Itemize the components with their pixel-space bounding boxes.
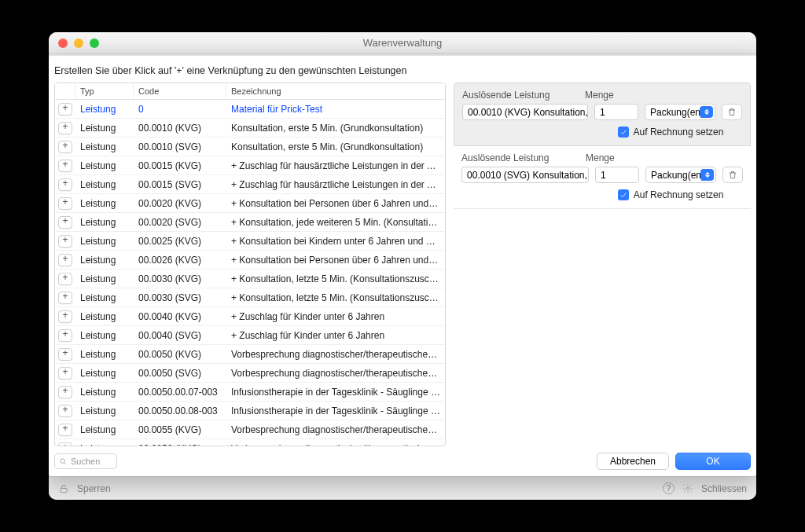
invoice-checkbox[interactable] [618,189,629,200]
delete-button[interactable] [722,167,743,183]
quantity-field[interactable]: 1 [594,104,638,120]
svg-point-2 [61,458,65,463]
cell-bezeichnung: + Zuschlag für Kinder unter 6 Jahren [226,311,445,322]
table-row[interactable]: +Leistung00.0050 (SVG)Vorbesprechung dia… [55,364,445,383]
cell-code: 00.0056 (KVG) [134,443,226,446]
cell-typ: Leistung [75,405,134,416]
add-link-button[interactable]: + [58,310,72,323]
unit-select[interactable]: Packung(en) [645,167,716,183]
cell-code: 00.0040 (KVG) [134,311,226,322]
cell-bezeichnung: + Konsultation bei Personen über 6 Jahre… [226,198,445,209]
trigger-service-field[interactable]: 00.0010 (KVG) Konsultation, ers [462,104,588,120]
table-row[interactable]: +Leistung00.0040 (SVG)+ Zuschlag für Kin… [55,326,445,345]
close-window-button[interactable] [58,39,68,48]
cell-code: 00.0015 (KVG) [134,160,226,171]
cell-typ: Leistung [75,217,134,228]
table-row[interactable]: +Leistung00.0025 (KVG)+ Konsultation bei… [55,232,445,251]
cell-bezeichnung: Konsultation, erste 5 Min. (Grundkonsult… [226,123,445,134]
add-link-button[interactable]: + [58,160,72,172]
add-link-button[interactable]: + [58,273,72,285]
cell-typ: Leistung [75,443,134,446]
add-link-button[interactable]: + [58,141,72,153]
cell-bezeichnung: Vorbesprechung diagnostischer/therapeuti… [226,349,445,360]
col-header-bezeichnung[interactable]: Bezeichnung [226,83,445,99]
add-link-button[interactable]: + [58,103,72,116]
gear-icon[interactable] [682,483,693,494]
table-row[interactable]: +Leistung00.0056 (KVG)Vorbesprechung dia… [55,439,445,446]
table-row[interactable]: +Leistung00.0050.00.08-003Infusionsthera… [55,402,445,420]
table-row[interactable]: +Leistung00.0010 (SVG)Konsultation, erst… [55,138,445,156]
cell-bezeichnung: Vorbesprechung diagnostischer/therapeuti… [226,368,445,379]
detail-panel: Auslösende LeistungMenge00.0010 (KVG) Ko… [454,83,751,446]
zoom-window-button[interactable] [90,39,99,48]
unit-select[interactable]: Packung(en) [645,104,715,120]
minimize-window-button[interactable] [74,39,83,48]
cell-code: 00.0030 (SVG) [134,292,226,303]
help-button[interactable]: ? [663,482,675,494]
col-header-typ[interactable]: Typ [75,83,134,99]
cell-code: 00.0010 (SVG) [134,141,226,152]
cell-bezeichnung: Infusionstherapie in der Tagesklinik - S… [226,387,445,398]
cancel-button[interactable]: Abbrechen [597,453,669,470]
lock-button-label[interactable]: Sperren [77,483,111,494]
table-row[interactable]: +Leistung00.0040 (KVG)+ Zuschlag für Kin… [55,307,445,326]
table-row[interactable]: +Leistung00.0055 (KVG)Vorbesprechung dia… [55,420,445,439]
table-row[interactable]: +Leistung00.0050 (KVG)Vorbesprechung dia… [55,345,445,364]
cell-bezeichnung: + Konsultation, letzte 5 Min. (Konsultat… [226,292,445,303]
search-input[interactable]: Suchen [54,453,117,469]
titlebar: Warenverwaltung [49,32,756,54]
cell-bezeichnung: + Konsultation, jede weiteren 5 Min. (Ko… [226,217,445,228]
table-row[interactable]: +Leistung00.0026 (KVG)+ Konsultation bei… [55,251,445,270]
cell-typ: Leistung [75,141,134,152]
add-link-button[interactable]: + [58,442,72,446]
ok-button[interactable]: OK [675,453,751,470]
add-link-button[interactable]: + [58,348,72,361]
add-link-button[interactable]: + [58,197,72,210]
table-row[interactable]: +Leistung00.0020 (SVG)+ Konsultation, je… [55,213,445,232]
invoice-checkbox-label: Auf Rechnung setzen [634,127,724,138]
add-link-button[interactable]: + [58,235,72,248]
cell-typ: Leistung [75,123,134,134]
cell-typ: Leistung [75,311,134,322]
table-row[interactable]: +Leistung00.0030 (SVG)+ Konsultation, le… [55,288,445,307]
add-link-button[interactable]: + [58,405,72,417]
window-title: Warenverwaltung [49,37,756,49]
table-body[interactable]: +Leistung0Material für Prick-Test+Leistu… [55,100,445,446]
table-row[interactable]: +Leistung00.0015 (SVG)+ Zuschlag für hau… [55,175,445,194]
modal-sheet: Erstellen Sie über Klick auf '+' eine Ve… [49,56,756,476]
cell-code: 00.0010 (KVG) [134,123,226,134]
table-row[interactable]: +Leistung00.0015 (KVG)+ Zuschlag für hau… [55,156,445,175]
cell-code: 00.0020 (SVG) [134,217,226,228]
table-row[interactable]: +Leistung00.0050.00.07-003Infusionsthera… [55,383,445,402]
cell-code: 00.0030 (KVG) [134,273,226,284]
cell-typ: Leistung [75,255,134,266]
table-row[interactable]: +Leistung00.0030 (KVG)+ Konsultation, le… [55,270,445,288]
close-button-label[interactable]: Schliessen [701,483,747,494]
add-link-button[interactable]: + [58,386,72,398]
app-window: Warenverwaltung Sperren ? Schliessen Ers… [49,32,756,500]
cell-bezeichnung: + Konsultation, letzte 5 Min. (Konsultat… [226,273,445,284]
add-link-button[interactable]: + [58,292,72,304]
table-row[interactable]: +Leistung00.0010 (KVG)Konsultation, erst… [55,119,445,138]
cell-bezeichnung: Konsultation, erste 5 Min. (Grundkonsult… [226,141,445,152]
cell-typ: Leistung [75,330,134,341]
add-link-button[interactable]: + [58,216,72,229]
table-row[interactable]: +Leistung0Material für Prick-Test [55,100,445,119]
add-link-button[interactable]: + [58,254,72,266]
add-link-button[interactable]: + [58,329,72,342]
add-link-button[interactable]: + [58,424,72,436]
cell-code: 0 [134,104,226,115]
cell-code: 00.0050 (SVG) [134,368,226,379]
invoice-checkbox[interactable] [618,127,629,138]
cell-typ: Leistung [75,387,134,398]
add-link-button[interactable]: + [58,178,72,191]
add-link-button[interactable]: + [58,367,72,380]
add-link-button[interactable]: + [58,122,72,134]
cell-code: 00.0050.00.08-003 [134,405,226,416]
trigger-service-field[interactable]: 00.0010 (SVG) Konsultation, ers [461,167,589,183]
search-icon [59,457,68,466]
quantity-field[interactable]: 1 [595,167,639,183]
col-header-code[interactable]: Code [134,83,226,99]
table-row[interactable]: +Leistung00.0020 (KVG)+ Konsultation bei… [55,194,445,213]
delete-button[interactable] [722,104,742,120]
